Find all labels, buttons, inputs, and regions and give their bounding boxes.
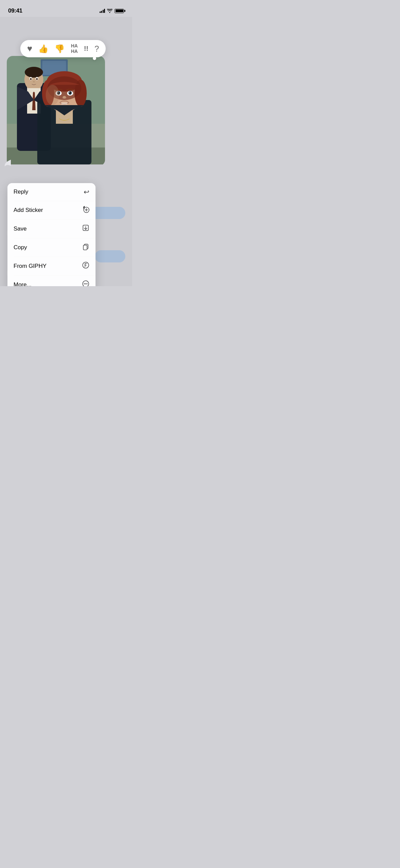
svg-rect-36: [83, 245, 87, 250]
menu-item-from-giphy-label: From GIPHY: [14, 263, 46, 270]
from-giphy-icon: [82, 261, 89, 271]
menu-item-save[interactable]: Save: [7, 219, 96, 238]
more-icon: [82, 280, 89, 286]
svg-rect-31: [61, 102, 67, 105]
svg-point-29: [69, 92, 70, 93]
reaction-thumbs-up[interactable]: 👍: [38, 44, 48, 54]
menu-item-copy[interactable]: Copy: [7, 238, 96, 257]
svg-point-14: [33, 81, 35, 82]
copy-icon: [82, 243, 89, 252]
message-container: [7, 56, 105, 166]
svg-point-40: [85, 283, 86, 284]
svg-point-39: [84, 283, 85, 284]
svg-point-32: [46, 85, 59, 105]
menu-item-reply[interactable]: Reply ↩: [7, 183, 96, 201]
svg-point-41: [87, 283, 88, 284]
battery-icon: [114, 9, 124, 13]
menu-item-copy-label: Copy: [14, 244, 27, 251]
bubble-tail: [4, 160, 11, 166]
menu-item-more-label: More...: [14, 281, 31, 287]
reply-icon: ↩: [84, 188, 89, 196]
menu-item-add-sticker-label: Add Sticker: [14, 207, 43, 214]
reaction-thumbs-down[interactable]: 👎: [55, 44, 65, 54]
reaction-emphasize[interactable]: !!: [84, 45, 88, 53]
signal-icon: [100, 9, 105, 13]
menu-item-reply-label: Reply: [14, 189, 28, 195]
reaction-question[interactable]: ?: [94, 44, 99, 54]
svg-point-12: [30, 78, 32, 80]
image-bubble: [7, 56, 105, 166]
svg-point-13: [36, 78, 38, 80]
save-icon: [82, 224, 89, 233]
wifi-icon: [107, 9, 112, 13]
menu-item-save-label: Save: [14, 225, 27, 232]
message-image: [7, 56, 105, 164]
svg-point-9: [25, 67, 43, 78]
chat-area: ♥ 👍 👎 HAHA !! ?: [0, 17, 132, 286]
menu-item-from-giphy[interactable]: From GIPHY: [7, 257, 96, 275]
add-sticker-icon: [82, 205, 89, 215]
reaction-bar: ♥ 👍 👎 HAHA !! ?: [20, 40, 106, 57]
status-bar: 09:41: [0, 0, 132, 17]
menu-item-more[interactable]: More...: [7, 275, 96, 286]
menu-item-add-sticker[interactable]: Add Sticker: [7, 201, 96, 219]
reaction-heart[interactable]: ♥: [27, 43, 32, 54]
context-menu: Reply ↩ Add Sticker Save: [7, 183, 96, 286]
status-icons: [100, 9, 124, 13]
reaction-haha[interactable]: HAHA: [71, 43, 78, 54]
status-time: 09:41: [8, 7, 22, 14]
